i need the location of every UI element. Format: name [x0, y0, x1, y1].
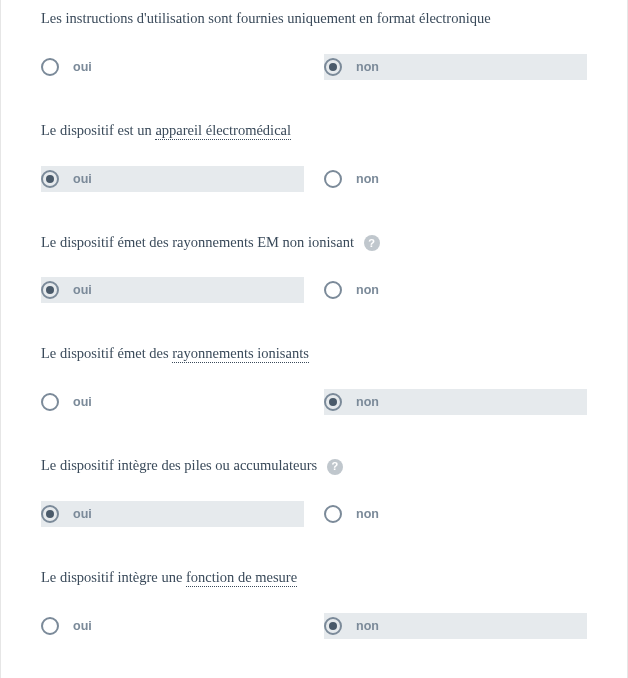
options-row: oui non [41, 166, 587, 192]
question-text-plain: Les instructions d'utilisation sont four… [41, 10, 491, 26]
option-no[interactable]: non [324, 501, 587, 527]
question-block: Le dispositif intègre des piles ou accum… [41, 455, 587, 527]
question-text-before: Le dispositif intègre une [41, 569, 186, 585]
question-text: Le dispositif émet des rayonnements EM n… [41, 232, 587, 254]
question-text-plain: Le dispositif intègre des piles ou accum… [41, 457, 317, 473]
question-block: Le dispositif intègre une fonction de me… [41, 567, 587, 639]
options-row: oui non [41, 501, 587, 527]
option-yes[interactable]: oui [41, 54, 304, 80]
option-label-yes: oui [73, 60, 92, 74]
question-text-before: Le dispositif émet des [41, 345, 172, 361]
option-label-yes: oui [73, 619, 92, 633]
radio-icon [41, 617, 59, 635]
option-no[interactable]: non [324, 613, 587, 639]
option-label-yes: oui [73, 172, 92, 186]
help-icon[interactable]: ? [364, 235, 380, 251]
question-text-before: Le dispositif est un [41, 122, 155, 138]
question-text-underlined: rayonnements ionisants [172, 345, 309, 363]
question-text: Les instructions d'utilisation sont four… [41, 8, 587, 30]
question-text: Le dispositif intègre des piles ou accum… [41, 455, 587, 477]
form-panel: Les instructions d'utilisation sont four… [0, 0, 628, 678]
option-label-yes: oui [73, 507, 92, 521]
radio-icon [41, 505, 59, 523]
option-label-yes: oui [73, 395, 92, 409]
help-icon[interactable]: ? [327, 459, 343, 475]
option-label-no: non [356, 60, 379, 74]
option-label-no: non [356, 172, 379, 186]
radio-icon [324, 281, 342, 299]
question-block: Le dispositif émet des rayonnements EM n… [41, 232, 587, 304]
question-text: Le dispositif émet des rayonnements ioni… [41, 343, 587, 365]
option-yes[interactable]: oui [41, 166, 304, 192]
option-label-no: non [356, 507, 379, 521]
option-yes[interactable]: oui [41, 613, 304, 639]
radio-icon [324, 617, 342, 635]
question-text-underlined: appareil électromédical [155, 122, 291, 140]
options-row: oui non [41, 389, 587, 415]
options-row: oui non [41, 613, 587, 639]
radio-icon [324, 505, 342, 523]
options-row: oui non [41, 277, 587, 303]
radio-icon [324, 58, 342, 76]
question-block: Les instructions d'utilisation sont four… [41, 8, 587, 80]
option-label-no: non [356, 395, 379, 409]
option-no[interactable]: non [324, 54, 587, 80]
options-row: oui non [41, 54, 587, 80]
option-label-yes: oui [73, 283, 92, 297]
question-text-plain: Le dispositif émet des rayonnements EM n… [41, 234, 354, 250]
radio-icon [324, 393, 342, 411]
option-no[interactable]: non [324, 277, 587, 303]
radio-icon [41, 281, 59, 299]
question-text: Le dispositif est un appareil électroméd… [41, 120, 587, 142]
option-yes[interactable]: oui [41, 389, 304, 415]
option-no[interactable]: non [324, 389, 587, 415]
question-block: Le dispositif émet des rayonnements ioni… [41, 343, 587, 415]
radio-icon [324, 170, 342, 188]
radio-icon [41, 393, 59, 411]
option-yes[interactable]: oui [41, 501, 304, 527]
question-text-underlined: fonction de mesure [186, 569, 297, 587]
radio-icon [41, 170, 59, 188]
question-text: Le dispositif intègre une fonction de me… [41, 567, 587, 589]
option-label-no: non [356, 619, 379, 633]
radio-icon [41, 58, 59, 76]
question-block: Le dispositif est un appareil électroméd… [41, 120, 587, 192]
option-no[interactable]: non [324, 166, 587, 192]
option-yes[interactable]: oui [41, 277, 304, 303]
option-label-no: non [356, 283, 379, 297]
